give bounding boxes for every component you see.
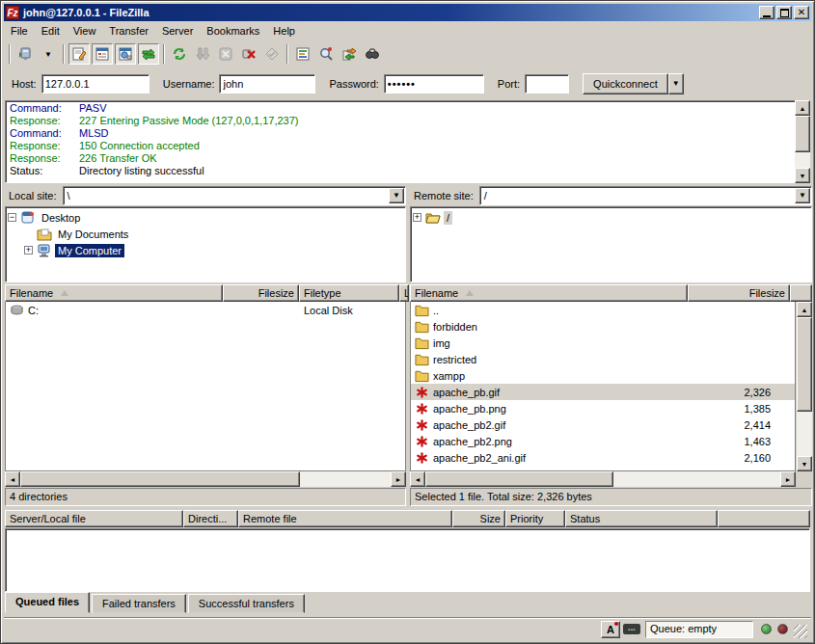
file-name: apache_pb2.png <box>433 436 512 447</box>
chevron-down-icon[interactable]: ▼ <box>389 188 404 203</box>
expand-icon[interactable]: + <box>413 213 421 222</box>
column-header-filesize[interactable]: Filesize <box>223 284 299 302</box>
quickconnect-bar: Host: Username: Password: Port: Quickcon… <box>4 68 811 98</box>
toggle-log-button[interactable] <box>68 43 90 65</box>
host-input[interactable] <box>41 74 149 94</box>
column-header-direction[interactable]: Directi... <box>183 510 238 527</box>
local-file-row[interactable]: C: Local Disk <box>6 302 405 318</box>
resize-grip[interactable] <box>794 625 807 638</box>
expand-icon[interactable]: + <box>24 246 33 255</box>
remote-file-row[interactable]: forbidden <box>411 318 795 335</box>
remote-file-row[interactable]: apache_pb2.gif 2,414 <box>411 416 795 433</box>
menu-edit[interactable]: Edit <box>35 23 67 39</box>
column-header-filename[interactable]: Filename <box>410 284 688 302</box>
scrollbar-thumb[interactable] <box>425 471 613 487</box>
transfer-type-icon[interactable]: A <box>601 621 620 638</box>
compare-button[interactable] <box>315 43 337 65</box>
scrollbar-thumb[interactable] <box>797 317 812 412</box>
column-header-size[interactable]: Size <box>452 510 505 527</box>
menu-view[interactable]: View <box>67 23 103 39</box>
log-scrollbar[interactable]: ▲ ▼ <box>795 100 810 183</box>
chevron-down-icon[interactable]: ▼ <box>795 188 810 203</box>
log-label: Response: <box>10 140 79 152</box>
open-site-manager-button[interactable] <box>14 43 36 65</box>
tab-failed-transfers[interactable]: Failed transfers <box>92 594 186 613</box>
quickconnect-button[interactable]: Quickconnect <box>583 73 668 94</box>
quickconnect-dropdown-button[interactable]: ▼ <box>668 73 684 94</box>
folder-icon <box>415 353 430 366</box>
scroll-up-icon[interactable]: ▲ <box>795 100 810 116</box>
remote-vscrollbar[interactable]: ▲ ▼ <box>797 302 812 471</box>
column-header-lastmodified[interactable]: L <box>399 284 409 302</box>
sync-browsing-button[interactable] <box>339 43 360 65</box>
tree-item-my-documents[interactable]: My Documents <box>8 226 405 242</box>
remote-file-row[interactable]: img <box>411 335 795 351</box>
compare-icon <box>318 46 334 62</box>
remote-file-row[interactable]: xampp <box>411 367 795 384</box>
tree-item-my-computer[interactable]: + My Computer <box>8 242 405 258</box>
local-hscrollbar[interactable]: ◄ ► <box>5 471 406 487</box>
scroll-left-icon[interactable]: ◄ <box>5 471 20 487</box>
process-queue-button[interactable] <box>192 43 213 65</box>
password-input[interactable] <box>384 74 484 94</box>
column-header-filesize[interactable]: Filesize <box>688 284 790 302</box>
speedlimit-badge-icon[interactable]: ▪▪▪ <box>623 624 640 634</box>
tab-successful-transfers[interactable]: Successful transfers <box>188 594 305 613</box>
menu-transfer[interactable]: Transfer <box>102 23 155 39</box>
site-manager-dropdown-button[interactable]: ▼ <box>38 43 59 65</box>
toggle-queue-button[interactable] <box>138 43 159 65</box>
scroll-down-icon[interactable]: ▼ <box>797 456 812 471</box>
menu-server[interactable]: Server <box>155 23 200 39</box>
maximize-button[interactable] <box>776 6 792 19</box>
file-name: apache_pb.gif <box>433 387 500 398</box>
log-label: Response: <box>10 152 79 165</box>
refresh-button[interactable] <box>169 43 190 65</box>
username-input[interactable] <box>219 74 315 94</box>
remote-file-row[interactable]: apache_pb2.png 1,463 <box>411 433 795 449</box>
toggle-remote-tree-button[interactable] <box>115 43 136 65</box>
folder-icon <box>415 336 430 350</box>
scroll-right-icon[interactable]: ► <box>391 471 406 487</box>
file-size: 2,160 <box>689 452 774 464</box>
reconnect-button[interactable] <box>261 43 283 65</box>
scroll-down-icon[interactable]: ▼ <box>795 168 810 183</box>
port-input[interactable] <box>525 74 569 94</box>
queue-header: Server/Local file Directi... Remote file… <box>5 510 810 528</box>
scrollbar-thumb[interactable] <box>795 116 810 152</box>
local-site-combo[interactable]: \ ▼ <box>63 186 406 205</box>
column-header-filename[interactable]: Filename <box>5 284 223 302</box>
column-header-remote-file[interactable]: Remote file <box>238 510 452 527</box>
column-header-filetype[interactable]: Filetype <box>299 284 399 302</box>
menu-file[interactable]: File <box>4 23 35 39</box>
remote-hscrollbar[interactable]: ◄ ► <box>410 471 796 487</box>
title-bar[interactable]: Fz john@127.0.0.1 - FileZilla ✕ <box>4 4 811 21</box>
column-header-server-local-file[interactable]: Server/Local file <box>5 510 183 527</box>
scroll-up-icon[interactable]: ▲ <box>797 302 812 317</box>
filter-button[interactable] <box>292 43 313 65</box>
column-header-priority[interactable]: Priority <box>505 510 565 527</box>
remote-file-row[interactable]: apache_pb.png 1,385 <box>411 400 795 416</box>
disconnect-button[interactable] <box>238 43 259 65</box>
tree-item-desktop[interactable]: − Desktop <box>8 209 405 226</box>
remote-file-row[interactable]: restricted <box>411 351 795 367</box>
menu-help[interactable]: Help <box>266 23 302 39</box>
local-status-bar: 4 directories <box>5 488 406 506</box>
scrollbar-thumb[interactable] <box>20 471 300 487</box>
collapse-icon[interactable]: − <box>8 213 16 222</box>
close-button[interactable]: ✕ <box>794 6 809 19</box>
remote-file-row[interactable]: apache_pb2_ani.gif 2,160 <box>411 449 795 466</box>
remote-site-combo[interactable]: / ▼ <box>479 186 812 205</box>
scroll-right-icon[interactable]: ► <box>780 471 796 487</box>
scroll-left-icon[interactable]: ◄ <box>410 471 425 487</box>
remote-file-row[interactable]: .. <box>411 302 795 318</box>
tree-item-root[interactable]: + / <box>413 209 811 226</box>
find-files-button[interactable] <box>362 43 383 65</box>
cancel-button[interactable] <box>215 43 236 65</box>
column-header-status[interactable]: Status <box>565 510 718 527</box>
menu-bookmarks[interactable]: Bookmarks <box>200 23 266 39</box>
toggle-local-tree-button[interactable] <box>92 43 113 65</box>
tab-queued-files[interactable]: Queued files <box>5 592 90 613</box>
remote-file-row-selected[interactable]: apache_pb.gif 2,326 <box>411 384 795 400</box>
menu-bar: File Edit View Transfer Server Bookmarks… <box>4 22 811 40</box>
minimize-button[interactable] <box>759 6 774 19</box>
